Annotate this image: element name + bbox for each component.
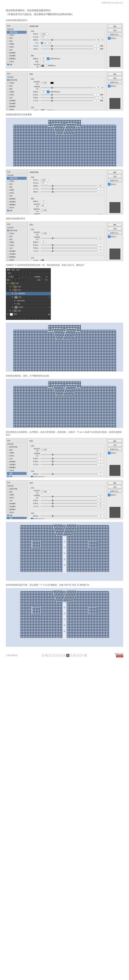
drop-checkbox[interactable] [7,517,9,519]
size-slider[interactable] [41,251,97,251]
preview-checkbox[interactable] [108,494,110,496]
fx-drop[interactable]: 👁 投影 [6,302,51,305]
satin-checkbox[interactable] [7,195,9,197]
op-slider[interactable] [41,88,95,88]
dist-input[interactable]: 1 [94,94,99,96]
style-color[interactable]: 颜色叠加 [7,197,27,200]
style-drop-2[interactable]: 投影 [7,517,27,519]
angle-input[interactable]: 90 [41,200,46,203]
style-satin[interactable]: 光泽 [7,194,27,197]
spread-input[interactable]: 0 [96,97,101,99]
layer-background[interactable]: 👁 背景 🔒 [6,312,51,316]
source-link[interactable]: 来源于优设 www.uisdc.com [102,2,123,4]
noise-slider[interactable] [41,474,97,474]
outglow-checkbox[interactable] [7,108,9,110]
style-stroke[interactable]: 描边 [7,490,27,493]
style-bevel[interactable]: 斜面和浮雕 [7,31,27,34]
size-input[interactable]: 3 [98,188,103,190]
cancel-button[interactable]: 取消 [108,76,122,80]
layer-group-left[interactable]: 👁 ▾ 左领 [6,288,51,292]
style-inglow[interactable]: 内发光 [7,496,27,499]
op-input[interactable]: 12 [98,495,103,498]
size-slider[interactable] [41,189,97,189]
size-input[interactable]: 3 [94,45,99,47]
dist-slider[interactable] [41,500,97,501]
style-bevel[interactable]: 斜面和浮雕 [7,177,27,180]
color-checkbox[interactable] [7,250,9,252]
lock-pixel-icon[interactable] [16,279,18,281]
page-next[interactable]: 下一页 [80,654,87,657]
style-outglow[interactable]: 外发光 [7,469,27,472]
style-drop[interactable]: 投影 [7,514,27,517]
size-slider[interactable] [41,100,93,101]
gradient-checkbox[interactable] [7,464,9,465]
style-stroke[interactable]: 描边 [7,186,27,189]
page-6[interactable]: 6 [66,654,69,657]
style-inshadow[interactable]: 内阴影 [7,452,27,454]
pattern-checkbox[interactable] [7,509,9,510]
contour-checkbox[interactable] [7,180,9,182]
visibility-icon[interactable]: 👁 [11,296,14,298]
bevel-checkbox[interactable] [7,488,9,490]
lock-all-icon[interactable] [23,279,25,281]
dist-slider[interactable] [41,458,97,459]
style-stroke[interactable]: 描边 [7,40,27,43]
bevel-tech-select[interactable]: 平滑 [41,36,47,38]
inshadow-checkbox[interactable] [7,43,9,45]
size-input[interactable]: 3 [98,463,103,466]
satin-checkbox[interactable] [7,49,9,51]
style-blend[interactable]: 混合选项 [7,28,27,31]
style-pattern[interactable]: 图案叠加 [7,105,27,108]
filter-shape-icon[interactable] [23,272,26,275]
style-drop-2[interactable]: 投影 [7,475,27,477]
visibility-icon[interactable]: 👁 [14,300,16,302]
preview-checkbox[interactable] [108,85,110,88]
dist-slider[interactable] [41,245,97,245]
blend-select[interactable]: 正片叠底 [41,491,50,493]
fill-input[interactable]: 100% [42,279,50,281]
bevel-checkbox[interactable] [7,230,9,231]
inglow-checkbox[interactable] [7,455,9,457]
drop-checkbox[interactable] [7,64,9,65]
outglow-checkbox[interactable] [7,207,9,208]
global-checkbox[interactable] [47,91,49,93]
color-checkbox[interactable] [7,198,9,199]
style-contour[interactable]: 等高线 [7,232,27,235]
style-blend[interactable]: 混合选项 [7,174,27,177]
tab-paths[interactable]: 路径 [16,269,20,271]
visibility-icon[interactable]: 👁 [9,286,11,288]
style-stroke[interactable]: 描边 [7,449,27,452]
inglow-checkbox[interactable] [7,192,9,194]
page-5[interactable]: 5 [63,654,66,657]
style-gradient[interactable]: 渐变叠加 [7,253,27,256]
visibility-icon[interactable]: 👁 [9,310,11,312]
style-color[interactable]: 颜色叠加 [7,502,27,505]
outglow-checkbox[interactable] [7,259,9,261]
size-input[interactable]: 3 [98,250,103,252]
layer-back-copy[interactable]: 👁 后领 拷贝 [6,292,51,295]
soft-input[interactable]: 0 [94,48,99,50]
lock-trans-icon[interactable] [12,279,15,281]
texture-checkbox[interactable] [7,235,9,237]
contour-checkbox[interactable] [7,34,9,36]
bevel-tech-select[interactable]: 平滑 [41,182,47,184]
noise-input[interactable]: 0 [98,515,103,517]
visibility-icon[interactable]: 👁 [7,313,9,315]
style-drop[interactable]: 投影 [7,63,27,66]
gradient-checkbox[interactable] [7,55,9,56]
style-gradient[interactable]: 渐变叠加 [7,463,27,466]
size-slider[interactable] [41,506,97,507]
chevron-right-icon[interactable]: ▸ [12,286,13,288]
style-texture[interactable]: 纹理 [7,183,27,186]
style-outglow[interactable]: 外发光 [7,60,27,63]
style-satin[interactable]: 光泽 [7,247,27,250]
fx-badge[interactable]: fx [49,307,50,308]
stroke-checkbox[interactable] [7,449,9,450]
bevel-checkbox[interactable] [7,177,9,179]
style-drop[interactable]: 投影 [7,209,27,212]
inglow-checkbox[interactable] [7,94,9,95]
style-gradient[interactable]: 渐变叠加 [7,200,27,203]
bevel-style-select[interactable]: 内斜面 [41,33,48,35]
soft-input[interactable]: 0 [98,191,103,193]
page-7[interactable]: 7 [70,654,73,657]
